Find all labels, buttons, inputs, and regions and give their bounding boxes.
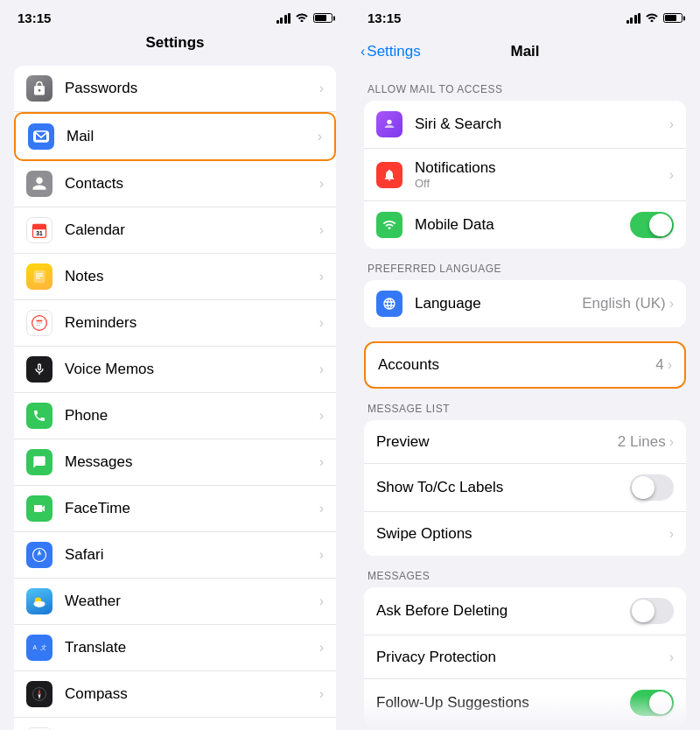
calendar-label: Calendar (65, 221, 319, 239)
left-settings-list[interactable]: Passwords › Mail › Contacts › (0, 59, 350, 730)
ask-before-deleting-content: Ask Before Deleting (376, 602, 630, 620)
notifications-item[interactable]: Notifications Off › (364, 149, 686, 201)
settings-item-notes[interactable]: Notes › (14, 254, 336, 300)
show-tocc-toggle[interactable] (630, 474, 674, 501)
weather-icon (26, 588, 52, 614)
siri-search-right: › (669, 116, 674, 132)
settings-item-phone[interactable]: Phone › (14, 393, 336, 439)
settings-item-facetime[interactable]: FaceTime › (14, 486, 336, 532)
calendar-icon: 31 (26, 217, 52, 243)
settings-item-calendar[interactable]: 31 Calendar › (14, 207, 336, 254)
mail-page-title: Mail (510, 43, 539, 60)
language-title: Language (415, 295, 582, 312)
voice-memos-label: Voice Memos (65, 361, 319, 378)
preview-right: 2 Lines › (618, 433, 674, 451)
compass-icon (26, 681, 52, 707)
siri-search-title: Siri & Search (415, 116, 669, 133)
language-chevron: › (669, 296, 674, 312)
contacts-icon (26, 171, 52, 197)
reminders-chevron: › (319, 315, 324, 331)
right-status-time: 13:15 (368, 11, 401, 25)
language-right: English (UK) › (582, 295, 674, 312)
siri-search-item[interactable]: Siri & Search › (364, 101, 686, 149)
preview-title: Preview (376, 433, 618, 451)
ask-before-deleting-item[interactable]: Ask Before Deleting (364, 587, 686, 635)
swipe-options-title: Swipe Options (376, 525, 669, 543)
notes-chevron: › (319, 269, 324, 284)
back-chevron-icon: ‹ (360, 44, 365, 60)
settings-item-weather[interactable]: Weather › (14, 579, 336, 625)
voice-memos-icon (26, 356, 52, 383)
settings-item-mail[interactable]: Mail › (14, 112, 336, 161)
notes-label: Notes (65, 268, 319, 285)
svg-rect-3 (34, 270, 46, 283)
phone-chevron: › (319, 408, 324, 424)
settings-item-voice-memos[interactable]: Voice Memos › (14, 347, 336, 393)
accounts-item[interactable]: Accounts 4 › (366, 343, 684, 387)
accounts-title: Accounts (378, 356, 655, 374)
settings-item-translate[interactable]: A文 Translate › (14, 625, 336, 671)
preferred-language-header: PREFERRED LANGUAGE (364, 249, 686, 280)
passwords-chevron: › (319, 81, 324, 96)
siri-search-chevron: › (669, 116, 674, 132)
follow-up-item[interactable]: Follow-Up Suggestions (364, 679, 686, 726)
compass-label: Compass (65, 685, 319, 703)
right-status-bar: 13:15 (350, 0, 700, 31)
translate-label: Translate (65, 639, 319, 656)
facetime-label: FaceTime (65, 500, 319, 517)
messages-label: Messages (65, 453, 319, 471)
svg-text:文: 文 (40, 644, 47, 650)
mail-content[interactable]: ALLOW MAIL TO ACCESS Siri & Search › (350, 69, 700, 730)
accounts-chevron: › (668, 357, 672, 373)
safari-label: Safari (65, 546, 319, 564)
compass-chevron: › (319, 686, 324, 702)
facetime-chevron: › (319, 501, 324, 516)
left-status-bar: 13:15 (0, 0, 350, 31)
show-tocc-item[interactable]: Show To/Cc Labels (364, 464, 686, 512)
mail-label: Mail (66, 128, 318, 145)
accounts-section-wrapper: Accounts 4 › (364, 341, 686, 389)
settings-item-safari[interactable]: Safari › (14, 532, 336, 579)
message-list-header: MESSAGE LIST (364, 389, 686, 420)
mobile-data-item[interactable]: Mobile Data (364, 201, 686, 249)
mail-nav-bar: ‹ Settings Mail (350, 31, 700, 69)
swipe-options-item[interactable]: Swipe Options › (364, 512, 686, 556)
privacy-protection-chevron: › (669, 649, 674, 665)
swipe-options-content: Swipe Options (376, 525, 669, 543)
messages-section: Ask Before Deleting Privacy Protection ›… (364, 587, 686, 726)
settings-item-health[interactable]: Health › (14, 718, 336, 730)
back-button[interactable]: ‹ Settings (360, 43, 421, 60)
preview-chevron: › (669, 434, 674, 450)
settings-item-messages[interactable]: Messages › (14, 439, 336, 486)
right-status-icons (626, 11, 683, 25)
settings-item-passwords[interactable]: Passwords › (14, 66, 336, 112)
mobile-data-toggle[interactable] (630, 212, 674, 238)
follow-up-toggle[interactable] (630, 690, 674, 716)
language-value: English (UK) (582, 295, 665, 312)
right-signal-icon (626, 13, 641, 24)
settings-item-compass[interactable]: Compass › (14, 671, 336, 718)
wifi-icon (295, 11, 309, 25)
facetime-icon (26, 495, 52, 522)
right-panel: 13:15 ‹ Settings Mail ALLOW MAIL TO AC (350, 0, 700, 730)
notifications-chevron: › (669, 167, 674, 183)
preview-item[interactable]: Preview 2 Lines › (364, 420, 686, 464)
notifications-right: › (669, 167, 674, 183)
notifications-content: Notifications Off (415, 159, 669, 190)
accounts-value: 4 (655, 356, 663, 374)
left-nav-bar: Settings (0, 31, 350, 59)
safari-icon (26, 542, 52, 568)
settings-item-contacts[interactable]: Contacts › (14, 161, 336, 207)
swipe-options-chevron: › (669, 526, 674, 542)
follow-up-title: Follow-Up Suggestions (376, 694, 630, 712)
preview-content: Preview (376, 433, 618, 451)
mobile-data-icon (376, 212, 402, 238)
settings-item-reminders[interactable]: Reminders › (14, 300, 336, 347)
language-item[interactable]: Language English (UK) › (364, 280, 686, 327)
ask-before-deleting-toggle[interactable] (630, 598, 674, 624)
contacts-label: Contacts (65, 175, 319, 193)
notifications-title: Notifications (415, 159, 669, 177)
siri-search-content: Siri & Search (415, 116, 669, 133)
privacy-protection-item[interactable]: Privacy Protection › (364, 635, 686, 679)
show-tocc-title: Show To/Cc Labels (376, 479, 630, 496)
